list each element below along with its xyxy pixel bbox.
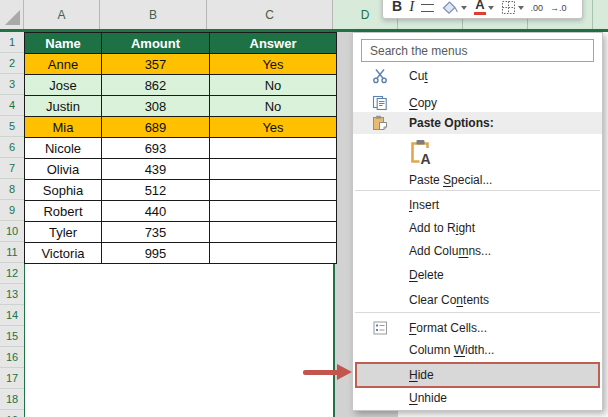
- cell[interactable]: [210, 243, 337, 264]
- cell[interactable]: Sophia: [25, 180, 102, 201]
- cell[interactable]: Victoria: [25, 243, 102, 264]
- menu-item-paste-special[interactable]: Paste Special...: [353, 169, 602, 191]
- cell[interactable]: 735: [102, 222, 210, 243]
- row-header-11[interactable]: 11: [0, 242, 24, 263]
- cell[interactable]: No: [210, 75, 337, 96]
- cell[interactable]: Tyler: [25, 222, 102, 243]
- row-header-7[interactable]: 7: [0, 158, 24, 179]
- cell[interactable]: [210, 138, 337, 159]
- cell[interactable]: 995: [102, 243, 210, 264]
- row-header-17[interactable]: 17: [0, 368, 24, 389]
- row-header-5[interactable]: 5: [0, 116, 24, 137]
- table-header-cell[interactable]: Answer: [210, 33, 337, 54]
- row-header-3[interactable]: 3: [0, 74, 24, 95]
- menu-item-label: Paste Options:: [409, 112, 494, 134]
- menu-item-delete[interactable]: Delete: [353, 264, 602, 286]
- cell[interactable]: Olivia: [25, 159, 102, 180]
- increase-decimal-icon: .00: [531, 2, 544, 15]
- cell[interactable]: [210, 222, 337, 243]
- menu-item-paste-options: Paste Options:: [353, 112, 602, 134]
- menu-item-label: Cut: [409, 65, 428, 87]
- cell[interactable]: Yes: [210, 117, 337, 138]
- menu-item-col-width[interactable]: Column Width...: [353, 339, 602, 361]
- svg-text:A: A: [420, 151, 430, 166]
- cell[interactable]: 308: [102, 96, 210, 117]
- menu-item-unhide[interactable]: Unhide: [353, 387, 602, 409]
- borders-button[interactable]: [501, 0, 524, 15]
- menu-item-insert[interactable]: Insert: [353, 194, 602, 216]
- context-menu: CutCopyPaste Options:APaste Special...In…: [352, 32, 603, 411]
- row-header-18[interactable]: 18: [0, 389, 24, 410]
- menu-item-add-cols[interactable]: Add Columns...: [353, 240, 602, 262]
- menu-item-hide[interactable]: Hide: [355, 362, 600, 388]
- menu-item-label: Add Columns...: [409, 240, 491, 262]
- table-header-cell[interactable]: Amount: [102, 33, 210, 54]
- font-color-button[interactable]: A: [474, 0, 493, 15]
- menu-item-label: Paste Special...: [409, 169, 492, 191]
- row-header-13[interactable]: 13: [0, 284, 24, 305]
- menu-item-clear[interactable]: Clear Contents: [353, 289, 602, 311]
- table-header-cell[interactable]: Name: [25, 33, 102, 54]
- italic-button[interactable]: I: [409, 0, 414, 15]
- menu-item-cut[interactable]: Cut: [353, 65, 602, 87]
- menu-search-input[interactable]: [361, 39, 594, 62]
- cell[interactable]: Yes: [210, 54, 337, 75]
- menu-item-copy[interactable]: Copy: [353, 92, 602, 114]
- annotation-arrow-head-icon: [337, 364, 352, 380]
- decrease-decimal-button[interactable]: →.0: [550, 2, 567, 15]
- menu-item-label: Hide: [409, 364, 434, 386]
- underline-button[interactable]: [421, 4, 434, 15]
- bold-icon: B: [392, 0, 402, 15]
- cell[interactable]: 693: [102, 138, 210, 159]
- menu-separator: [355, 190, 600, 191]
- row-header-14[interactable]: 14: [0, 305, 24, 326]
- cell[interactable]: Robert: [25, 201, 102, 222]
- cell[interactable]: Anne: [25, 54, 102, 75]
- menu-item-add-right[interactable]: Add to Right: [353, 217, 602, 239]
- row-header-10[interactable]: 10: [0, 221, 24, 242]
- cell[interactable]: Nicole: [25, 138, 102, 159]
- column-header-b[interactable]: B: [100, 0, 207, 29]
- column-header-a[interactable]: A: [24, 0, 100, 29]
- bold-button[interactable]: B: [392, 0, 402, 15]
- cell[interactable]: [210, 201, 337, 222]
- cell[interactable]: 862: [102, 75, 210, 96]
- menu-item-label: Copy: [409, 92, 437, 114]
- row-header-12[interactable]: 12: [0, 263, 24, 284]
- cell[interactable]: 439: [102, 159, 210, 180]
- select-all-button[interactable]: [0, 0, 24, 29]
- row-header-16[interactable]: 16: [0, 347, 24, 368]
- row-header-2[interactable]: 2: [0, 53, 24, 74]
- cell[interactable]: 512: [102, 180, 210, 201]
- menu-item-format-cells[interactable]: Format Cells...: [353, 317, 602, 339]
- cell[interactable]: [210, 159, 337, 180]
- cell[interactable]: [210, 180, 337, 201]
- menu-item-paste-values[interactable]: A: [353, 137, 602, 167]
- row-header-1[interactable]: 1: [0, 32, 24, 53]
- fill-color-button[interactable]: [441, 0, 467, 15]
- fill-color-icon: [441, 0, 459, 15]
- row-header-column: 12345678910111213141516171819: [0, 32, 25, 417]
- scissors-icon: [367, 68, 393, 84]
- row-header-15[interactable]: 15: [0, 326, 24, 347]
- row-header-6[interactable]: 6: [0, 137, 24, 158]
- cell[interactable]: Justin: [25, 96, 102, 117]
- row-header-19[interactable]: 19: [0, 410, 24, 417]
- column-header-c[interactable]: C: [207, 0, 333, 29]
- increase-decimal-button[interactable]: .00: [531, 2, 544, 15]
- cell[interactable]: Jose: [25, 75, 102, 96]
- select-all-triangle-icon: [5, 10, 20, 25]
- menu-item-label: Clear Contents: [409, 289, 489, 311]
- copy-icon: [367, 95, 393, 111]
- data-table: NameAmountAnswerAnne357YesJose862NoJusti…: [24, 32, 337, 264]
- format-cells-icon: [367, 321, 393, 336]
- cell[interactable]: 357: [102, 54, 210, 75]
- cell[interactable]: Mia: [25, 117, 102, 138]
- row-header-8[interactable]: 8: [0, 179, 24, 200]
- cell[interactable]: 689: [102, 117, 210, 138]
- cell[interactable]: 440: [102, 201, 210, 222]
- cell[interactable]: No: [210, 96, 337, 117]
- row-header-9[interactable]: 9: [0, 200, 24, 221]
- row-header-4[interactable]: 4: [0, 95, 24, 116]
- menu-item-label: Format Cells...: [409, 317, 487, 339]
